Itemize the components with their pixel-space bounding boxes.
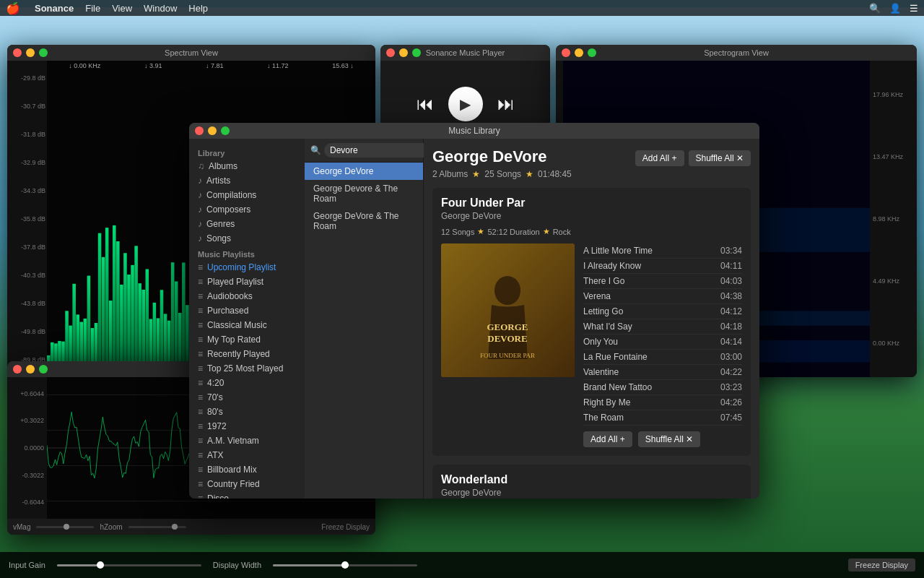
track-row[interactable]: Letting Go 04:12 (583, 304, 742, 319)
menu-icon[interactable]: ☰ (910, 3, 918, 14)
sidebar-item-songs[interactable]: ♪ Songs (189, 231, 305, 246)
svg-rect-15 (102, 257, 105, 377)
track-name: Letting Go (583, 306, 720, 316)
album-add-all-button-1[interactable]: Add All + (583, 431, 632, 447)
freeze-display-button[interactable]: Freeze Display (848, 558, 915, 571)
country-fried-icon: ≡ (198, 479, 203, 489)
track-name: Only You (583, 337, 720, 347)
sidebar-item-disco[interactable]: ≡ Disco (189, 491, 305, 499)
freq-label: ↓ 11.72 (267, 62, 289, 69)
apple-menu[interactable]: 🍎 (6, 1, 20, 15)
track-row[interactable]: La Rue Fontaine 03:00 (583, 350, 742, 365)
app-name[interactable]: Sonance (35, 3, 74, 14)
display-width-slider[interactable] (273, 564, 417, 566)
waveform-scale: +0.6044 +0.3022 0.0000 -0.3022 -0.6044 (7, 377, 47, 519)
album-title-1: Four Under Par (441, 197, 742, 210)
shuffle-all-button[interactable]: Shuffle All ✕ (689, 150, 751, 166)
track-row[interactable]: Right By Me 04:26 (583, 395, 742, 410)
artist-item-george-devore[interactable]: George DeVore (305, 163, 423, 180)
menu-help[interactable]: Help (188, 3, 208, 14)
menu-file[interactable]: File (85, 3, 100, 14)
sidebar-item-artists[interactable]: ♪ Artists (189, 173, 305, 188)
forward-button[interactable]: ⏭ (497, 94, 515, 114)
vmag-slider[interactable] (36, 526, 94, 528)
waveform-close-button[interactable] (13, 365, 22, 374)
artist-item-george-devore-roam-2[interactable]: George DeVore & The Roam (305, 207, 423, 235)
library-fullscreen-button[interactable] (221, 126, 230, 135)
sidebar-item-top-rated[interactable]: ≡ My Top Rated (189, 332, 305, 347)
top25-icon: ≡ (198, 363, 203, 374)
upcoming-playlist-label: Upcoming Playlist (207, 262, 276, 272)
player-close-button[interactable] (386, 48, 395, 57)
minimize-button[interactable] (26, 48, 35, 57)
atx-label: ATX (207, 450, 223, 460)
sidebar-item-top25[interactable]: ≡ Top 25 Most Played (189, 361, 305, 376)
close-button[interactable] (13, 48, 22, 57)
sidebar-item-billboard[interactable]: ≡ Billboard Mix (189, 462, 305, 477)
menu-window[interactable]: Window (144, 3, 177, 14)
track-row[interactable]: Brand New Tattoo 03:23 (583, 380, 742, 395)
input-gain-slider[interactable] (57, 564, 201, 566)
user-icon[interactable]: 👤 (889, 3, 901, 14)
player-minimize-button[interactable] (399, 48, 408, 57)
sidebar-item-composers[interactable]: ♪ Composers (189, 202, 305, 217)
purchased-label: Purchased (207, 306, 248, 316)
menu-view[interactable]: View (112, 3, 132, 14)
freq-label: 15.63 ↓ (332, 62, 354, 69)
search-icon[interactable]: 🔍 (869, 3, 881, 14)
vmag-thumb[interactable] (64, 524, 69, 530)
albums-icon: ♫ (198, 161, 204, 171)
sidebar-item-1972[interactable]: ≡ 1972 (189, 419, 305, 434)
sidebar-item-compilations[interactable]: ♪ Compilations (189, 188, 305, 202)
freeze-display-button-wave[interactable]: Freeze Display (321, 523, 370, 531)
sidebar-item-genres[interactable]: ♪ Genres (189, 217, 305, 231)
sidebar-item-upcoming-playlist[interactable]: ≡ Upcoming Playlist (189, 260, 305, 275)
sidebar-item-80s[interactable]: ≡ 80's (189, 405, 305, 419)
sidebar-item-country-fried[interactable]: ≡ Country Fried (189, 477, 305, 491)
track-row[interactable]: Only You 04:14 (583, 335, 742, 350)
waveform-fullscreen-button[interactable] (39, 365, 48, 374)
search-panel: 🔍 ✕ George DeVore George Devore & The Ro… (305, 139, 424, 499)
sidebar-item-purchased[interactable]: ≡ Purchased (189, 303, 305, 318)
artist-item-george-devore-roam-1[interactable]: George Devore & The Roam (305, 180, 423, 207)
track-row[interactable]: The Roam 07:45 (583, 410, 742, 426)
library-minimize-button[interactable] (208, 126, 217, 135)
library-close-button[interactable] (195, 126, 204, 135)
sidebar-item-420[interactable]: ≡ 4:20 (189, 376, 305, 390)
track-row[interactable]: What I'd Say 04:18 (583, 319, 742, 335)
freq-label: 13.47 KHz (873, 153, 903, 160)
player-fullscreen-button[interactable] (412, 48, 421, 57)
track-row[interactable]: Valentine 04:22 (583, 365, 742, 380)
sidebar-item-played-playlist[interactable]: ≡ Played Playlist (189, 275, 305, 289)
sidebar-item-audiobooks[interactable]: ≡ Audiobooks (189, 289, 305, 303)
track-row[interactable]: There I Go 04:03 (583, 274, 742, 289)
spectro-fullscreen-button[interactable] (588, 48, 596, 57)
sidebar-item-70s[interactable]: ≡ 70's (189, 390, 305, 405)
album-shuffle-all-button-1[interactable]: Shuffle All ✕ (638, 431, 700, 447)
artist-stats: 2 Albums ★ 25 Songs ★ 01:48:45 (432, 169, 572, 179)
80s-label: 80's (207, 407, 223, 417)
sidebar-item-classical[interactable]: ≡ Classical Music (189, 318, 305, 332)
waveform-minimize-button[interactable] (26, 365, 35, 374)
hzoom-thumb[interactable] (172, 524, 178, 530)
add-all-button[interactable]: Add All + (635, 150, 684, 166)
sidebar-item-recently-played[interactable]: ≡ Recently Played (189, 347, 305, 361)
track-row[interactable]: A Little More Time 03:34 (583, 243, 742, 259)
fullscreen-button[interactable] (39, 48, 48, 57)
display-width-thumb[interactable] (341, 561, 349, 569)
spectro-close-button[interactable] (562, 48, 570, 57)
track-row[interactable]: I Already Know 04:11 (583, 259, 742, 274)
sidebar-item-atx[interactable]: ≡ ATX (189, 448, 305, 462)
track-name: Valentine (583, 367, 720, 377)
hzoom-slider[interactable] (128, 526, 186, 528)
rewind-button[interactable]: ⏮ (417, 94, 434, 114)
search-icon: 🔍 (310, 145, 321, 155)
sidebar-item-am-vietnam[interactable]: ≡ A.M. Vietnam (189, 434, 305, 448)
track-row[interactable]: Verena 04:38 (583, 289, 742, 304)
album-artist-1: George DeVore (441, 211, 742, 221)
play-button[interactable]: ▶ (448, 87, 483, 121)
display-width-fill (273, 564, 345, 566)
sidebar-item-albums[interactable]: ♫ Albums (189, 159, 305, 173)
input-gain-thumb[interactable] (97, 561, 104, 569)
spectro-minimize-button[interactable] (575, 48, 583, 57)
